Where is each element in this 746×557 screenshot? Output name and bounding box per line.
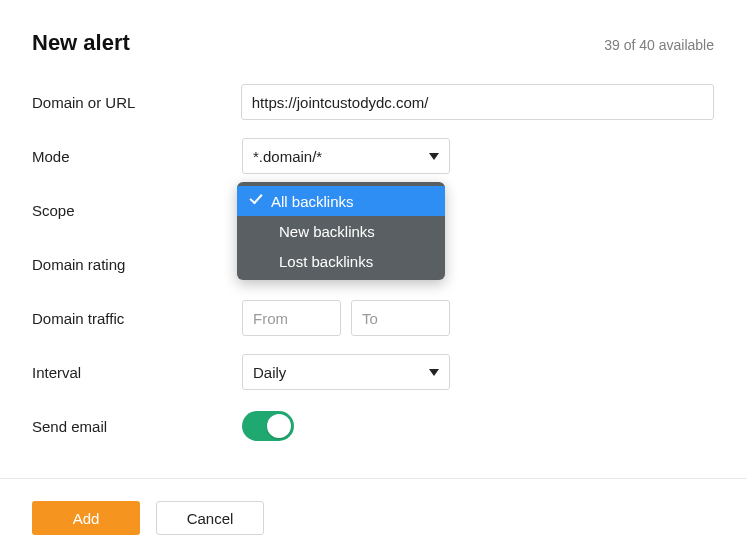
domain-traffic-to-input[interactable] <box>351 300 450 336</box>
dropdown-item-label: All backlinks <box>271 193 354 210</box>
available-count: 39 of 40 available <box>604 37 714 53</box>
domain-traffic-from-input[interactable] <box>242 300 341 336</box>
chevron-down-icon <box>429 153 439 160</box>
mode-select-value: *.domain/* <box>253 148 322 165</box>
url-input[interactable] <box>241 84 714 120</box>
label-mode: Mode <box>32 148 242 165</box>
scope-option-lost-backlinks[interactable]: Lost backlinks <box>237 246 445 276</box>
send-email-toggle[interactable] <box>242 411 294 441</box>
label-domain-or-url: Domain or URL <box>32 94 241 111</box>
check-icon <box>249 224 271 238</box>
add-button[interactable]: Add <box>32 501 140 535</box>
scope-option-new-backlinks[interactable]: New backlinks <box>237 216 445 246</box>
dropdown-item-label: New backlinks <box>279 223 375 240</box>
mode-select[interactable]: *.domain/* <box>242 138 450 174</box>
toggle-knob <box>267 414 291 438</box>
label-domain-traffic: Domain traffic <box>32 310 242 327</box>
page-title: New alert <box>32 30 130 56</box>
check-icon <box>249 194 263 208</box>
label-domain-rating: Domain rating <box>32 256 242 273</box>
check-icon <box>249 254 271 268</box>
label-scope: Scope <box>32 202 242 219</box>
label-interval: Interval <box>32 364 242 381</box>
dropdown-item-label: Lost backlinks <box>279 253 373 270</box>
label-send-email: Send email <box>32 418 242 435</box>
interval-select-value: Daily <box>253 364 286 381</box>
scope-dropdown[interactable]: All backlinks New backlinks Lost backlin… <box>237 182 445 280</box>
cancel-button[interactable]: Cancel <box>156 501 264 535</box>
chevron-down-icon <box>429 369 439 376</box>
interval-select[interactable]: Daily <box>242 354 450 390</box>
scope-option-all-backlinks[interactable]: All backlinks <box>237 186 445 216</box>
